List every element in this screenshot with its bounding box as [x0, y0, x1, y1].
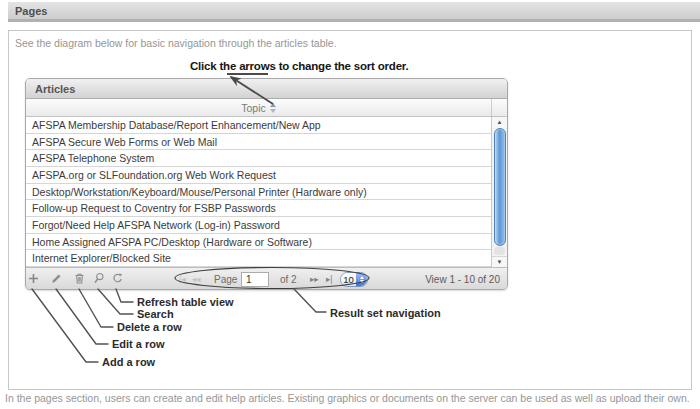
result-set-callout-label: Result set navigation: [330, 307, 441, 319]
trash-icon: [73, 272, 86, 285]
table-row[interactable]: AFSPA Membership Database/Report Enhance…: [26, 117, 491, 134]
page-label: Page: [214, 268, 237, 290]
stepper-arrows-icon[interactable]: [356, 273, 367, 286]
delete-row-button[interactable]: [73, 272, 86, 285]
previous-page-button[interactable]: ◂◂: [192, 268, 201, 290]
next-page-button[interactable]: ▸▸: [310, 268, 319, 290]
pencil-icon: [50, 272, 63, 285]
topic-column-label: Topic: [241, 102, 266, 114]
rows-per-page-stepper[interactable]: 10: [340, 272, 368, 287]
search-button[interactable]: [92, 272, 105, 285]
scroll-down-icon: ▼: [497, 259, 503, 265]
add-callout-label: Add a row: [102, 356, 155, 368]
scroll-down-button[interactable]: ▼: [492, 256, 507, 267]
search-callout-label: Search: [137, 308, 174, 320]
column-header-scroll-gap: [491, 99, 507, 116]
page-root: Pages See the diagram below for basic na…: [0, 0, 700, 409]
page-count-label: of 2: [280, 268, 297, 290]
table-row[interactable]: Follow-up Request to Coventry for FSBP P…: [26, 200, 491, 217]
table-row[interactable]: Internet Explorer/Blocked Site: [26, 250, 491, 267]
table-row[interactable]: Home Assigned AFSPA PC/Desktop (Hardware…: [26, 234, 491, 251]
refresh-callout-label: Refresh table view: [137, 296, 234, 308]
rows-per-page-value: 10: [341, 273, 356, 286]
add-row-button[interactable]: [27, 272, 40, 285]
scroll-up-button[interactable]: ▲: [492, 117, 507, 128]
table-row[interactable]: Desktop/Workstation/Keyboard/Mouse/Perso…: [26, 184, 491, 201]
view-status: View 1 - 10 of 20: [425, 268, 500, 290]
delete-callout-label: Delete a row: [117, 321, 182, 333]
edit-callout-label: Edit a row: [112, 338, 165, 350]
table-row[interactable]: AFSPA.org or SLFoundation.org Web Work R…: [26, 167, 491, 184]
vertical-scrollbar[interactable]: ▲ ▼: [491, 117, 507, 267]
articles-table-title-bar: Articles: [26, 79, 507, 99]
first-page-button[interactable]: |◂: [179, 268, 185, 290]
sort-annotation-label: Click the arrows to change the sort orde…: [190, 60, 408, 72]
table-row[interactable]: AFSPA Telephone System: [26, 150, 491, 167]
refresh-button[interactable]: [111, 272, 124, 285]
scrollbar-thumb[interactable]: [494, 128, 506, 246]
articles-table-title: Articles: [35, 83, 75, 95]
topic-column-header[interactable]: Topic: [26, 99, 507, 117]
sort-icon[interactable]: [270, 103, 276, 113]
plus-icon: [27, 272, 40, 285]
page-header-bar: Pages: [8, 2, 700, 22]
intro-text: See the diagram below for basic navigati…: [15, 37, 337, 49]
edit-row-button[interactable]: [50, 272, 63, 285]
refresh-icon: [111, 272, 124, 285]
magnifier-icon: [92, 272, 105, 285]
last-page-button[interactable]: ▸|: [326, 268, 332, 290]
table-footer-bar: |◂ ◂◂ Page of 2 ▸▸ ▸| 10 View 1 - 10 of …: [26, 267, 507, 289]
table-row[interactable]: AFSPA Secure Web Forms or Web Mail: [26, 134, 491, 151]
table-body: AFSPA Membership Database/Report Enhance…: [26, 117, 507, 267]
table-row[interactable]: Forgot/Need Help AFSPA Network (Log-in) …: [26, 217, 491, 234]
articles-table: Articles Topic AFSPA Membership Database…: [25, 78, 508, 290]
footer-note-text: In the pages section, users can create a…: [5, 392, 690, 404]
scrollbar-track: [494, 247, 505, 255]
page-title: Pages: [15, 5, 47, 17]
scroll-up-icon: ▲: [497, 119, 503, 125]
page-number-input[interactable]: [241, 272, 269, 287]
